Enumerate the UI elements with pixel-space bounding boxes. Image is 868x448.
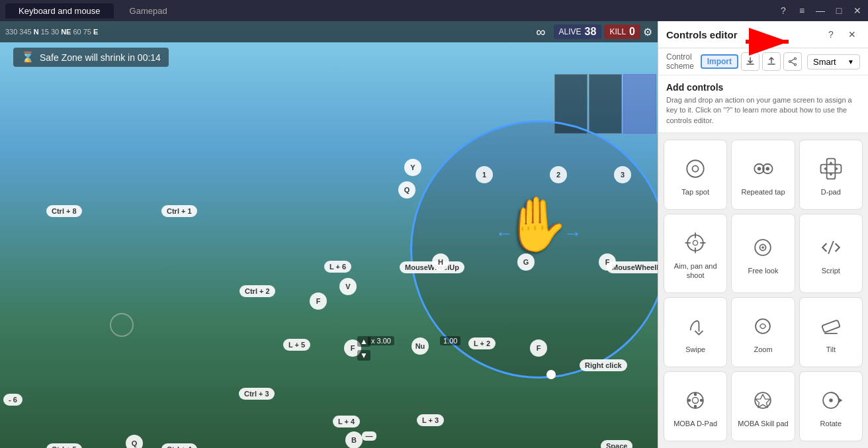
svg-point-5 [687, 160, 703, 177]
control-rotate[interactable]: Rotate [799, 371, 863, 441]
svg-marker-15 [824, 167, 826, 170]
kill-value: 0 [629, 26, 635, 38]
zoom-icon [748, 312, 777, 341]
mobadpad-svg [682, 387, 709, 414]
svg-point-31 [693, 397, 699, 403]
menu-btn[interactable]: ≡ [797, 5, 807, 16]
c30: 30 [51, 28, 59, 36]
control-free-look[interactable]: Free look [731, 214, 795, 293]
settings-icon[interactable]: ⚙ [643, 26, 652, 38]
close-btn[interactable]: ✕ [852, 5, 863, 16]
key-ctrl1[interactable]: Ctrl + 1 [161, 205, 197, 217]
minimize-btn[interactable]: — [815, 5, 826, 16]
swipe-label: Swipe [685, 345, 705, 354]
maximize-btn[interactable]: □ [834, 5, 844, 16]
key-ctrl3[interactable]: Ctrl + 3 [239, 388, 275, 400]
key-l6[interactable]: L + 6 [324, 261, 351, 273]
key-ctrl8[interactable]: Ctrl + 8 [46, 205, 82, 217]
title-bar: Keyboard and mouse Gamepad ? ≡ — □ ✕ [0, 0, 868, 21]
control-repeated-tap[interactable]: Repeated tap [731, 140, 795, 210]
zoom-down-1[interactable]: ▼ [357, 350, 370, 361]
cne: NE [61, 28, 71, 36]
zoom-svg [750, 313, 776, 339]
svg-point-39 [829, 398, 832, 402]
import-button[interactable]: Import [701, 54, 738, 69]
add-controls-title: Add controls [666, 82, 860, 93]
control-moba-skill[interactable]: MOBA Skill pad [731, 371, 795, 441]
key-l3[interactable]: L + 3 [417, 414, 444, 426]
c75: 75 [83, 28, 91, 36]
tab-keyboard-mouse[interactable]: Keyboard and mouse [5, 3, 114, 19]
zoom-1: 1.00 [440, 336, 460, 345]
key-dash[interactable]: — [362, 431, 376, 441]
key-q-solo[interactable]: Q [126, 435, 143, 448]
key-ctrl4[interactable]: Ctrl + 4 [161, 443, 197, 448]
key-l4[interactable]: L + 4 [333, 416, 360, 427]
moba-skill-label: MOBA Skill pad [738, 419, 788, 428]
freelook-svg [750, 234, 776, 261]
svg-point-35 [700, 399, 703, 402]
scheme-select-container: Import [701, 52, 802, 71]
tap-spot-icon [681, 154, 710, 183]
key-b[interactable]: B [345, 431, 363, 448]
key-space[interactable]: Space [601, 440, 632, 448]
dpad-label: D-pad [821, 187, 841, 197]
tab-gamepad[interactable]: Gamepad [116, 3, 181, 19]
add-controls-desc: Drag and drop an action on your game scr… [666, 95, 860, 126]
c345: 345 [19, 28, 31, 36]
rotate-label: Rotate [820, 419, 842, 428]
svg-marker-14 [829, 173, 832, 176]
panel-header-icons: ? ✕ [823, 26, 860, 42]
c330: 330 [5, 28, 17, 36]
c60: 60 [73, 28, 81, 36]
scheme-row: Control scheme Import [658, 48, 868, 75]
alive-label: ALIVE [559, 27, 582, 36]
control-script[interactable]: Script [799, 214, 863, 293]
aim-svg [682, 230, 709, 256]
moba-skill-icon [748, 386, 777, 415]
kill-box: KILL 0 [604, 24, 640, 39]
key-ctrl5[interactable]: Ctrl + 5 [46, 443, 82, 448]
aim-circle [110, 313, 134, 337]
control-swipe[interactable]: Swipe [664, 297, 727, 367]
panel-close-btn[interactable]: ✕ [844, 26, 860, 42]
control-tap-spot[interactable]: Tap spot [664, 140, 727, 210]
rotate-svg [818, 387, 844, 414]
control-moba-dpad[interactable]: MOBA D-Pad [664, 371, 727, 441]
svg-marker-13 [829, 161, 832, 164]
download-svg [746, 57, 755, 66]
repeated-tap-label: Repeated tap [741, 187, 785, 197]
scheme-label: Control scheme [666, 52, 695, 71]
svg-line-3 [791, 59, 794, 61]
scheme-name-select[interactable]: Smart ▼ [807, 54, 860, 69]
svg-line-4 [791, 62, 794, 64]
c15: 15 [41, 28, 49, 36]
control-dpad[interactable]: D-pad [799, 140, 863, 210]
control-tilt[interactable]: Tilt [799, 297, 863, 367]
key-f1[interactable]: F [310, 292, 327, 310]
title-bar-tabs: Keyboard and mouse Gamepad [5, 3, 181, 19]
svg-marker-16 [836, 167, 838, 170]
key-ctrl2[interactable]: Ctrl + 2 [239, 285, 275, 297]
download-icon[interactable] [741, 52, 760, 71]
control-zoom[interactable]: Zoom [731, 297, 795, 367]
chevron-down-icon: ▼ [847, 58, 854, 66]
key-l5[interactable]: L + 5 [283, 339, 310, 351]
controls-grid: Tap spot Repeated tap [658, 133, 868, 448]
key-v[interactable]: V [339, 278, 357, 295]
control-aim-pan-shoot[interactable]: Aim, pan and shoot [664, 214, 727, 293]
help-btn[interactable]: ? [778, 5, 789, 16]
kill-label: KILL [609, 27, 626, 36]
svg-point-34 [688, 399, 691, 402]
svg-point-18 [693, 240, 698, 245]
share-icon[interactable] [783, 52, 802, 71]
svg-line-26 [828, 242, 833, 253]
panel-help-btn[interactable]: ? [823, 26, 839, 42]
tap-spot-svg [682, 156, 709, 182]
svg-rect-28 [822, 320, 840, 333]
panel-header: Controls editor ? ✕ [658, 21, 868, 48]
svg-point-27 [756, 319, 771, 334]
svg-point-1 [795, 64, 797, 66]
key-minus6[interactable]: - 6 [3, 394, 22, 406]
upload-icon[interactable] [762, 52, 781, 71]
